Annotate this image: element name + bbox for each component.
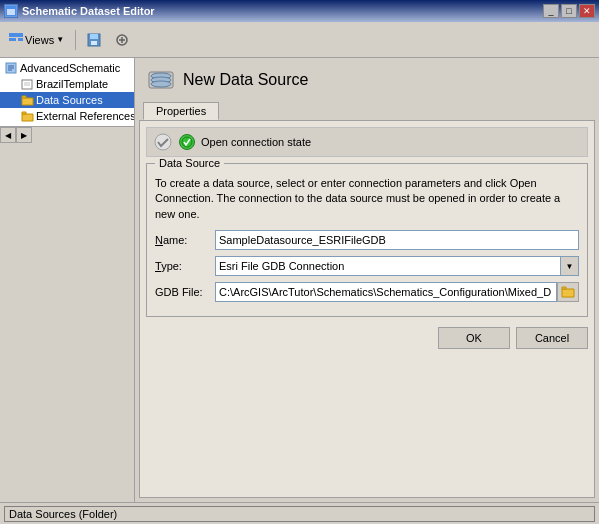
status-bar: Data Sources (Folder)	[0, 502, 599, 524]
datasource-group: Data Source To create a data source, sel…	[146, 163, 588, 317]
gdb-browse-button[interactable]	[557, 282, 579, 302]
svg-rect-7	[91, 41, 97, 45]
status-panel: Data Sources (Folder)	[4, 506, 595, 522]
window-title: Schematic Dataset Editor	[22, 5, 155, 17]
svg-rect-4	[18, 38, 23, 41]
name-row: Name:	[155, 230, 579, 250]
toolbar-sep-1	[75, 30, 76, 50]
toolbar-extra-button[interactable]	[110, 30, 134, 50]
type-label: Type:	[155, 260, 215, 272]
sidebar-item-root[interactable]: AdvancedSchematic	[0, 60, 134, 76]
window-controls: _ □ ✕	[543, 4, 595, 18]
views-label: Views	[25, 34, 54, 46]
connection-status-text: Open connection state	[201, 136, 311, 148]
maximize-button[interactable]: □	[561, 4, 577, 18]
views-button[interactable]: Views ▼	[4, 30, 69, 50]
connection-bar: Open connection state	[146, 127, 588, 157]
status-text: Data Sources (Folder)	[9, 508, 117, 520]
name-label-rest: ame:	[163, 234, 187, 246]
check-icon	[153, 132, 173, 152]
svg-rect-6	[90, 34, 98, 39]
type-row: Type: Esri File GDB Connection ▼	[155, 256, 579, 276]
sidebar-item-datasources-label: Data Sources	[36, 94, 103, 106]
title-bar: Schematic Dataset Editor _ □ ✕	[0, 0, 599, 22]
close-button[interactable]: ✕	[579, 4, 595, 18]
svg-rect-2	[9, 33, 23, 37]
sidebar-item-external-label: External References	[36, 110, 135, 122]
right-panel: New Data Source Properties	[135, 58, 599, 502]
cancel-button[interactable]: Cancel	[516, 327, 588, 349]
views-icon	[9, 33, 23, 47]
minimize-button[interactable]: _	[543, 4, 559, 18]
sidebar-item-template-label: BrazilTemplate	[36, 78, 108, 90]
sidebar-item-external[interactable]: External References	[0, 108, 134, 124]
svg-rect-1	[7, 9, 15, 15]
form-panel: Open connection state Data Source To cre…	[139, 120, 595, 498]
panel-title: New Data Source	[183, 71, 308, 89]
gdb-input-wrap	[215, 282, 579, 302]
type-select[interactable]: Esri File GDB Connection	[215, 256, 561, 276]
toolbar-save-button[interactable]	[82, 30, 106, 50]
root-icon	[4, 61, 18, 75]
app-icon	[4, 4, 18, 18]
external-folder-icon	[20, 109, 34, 123]
ok-button[interactable]: OK	[438, 327, 510, 349]
name-label: Name:	[155, 234, 215, 246]
name-label-underline: N	[155, 234, 163, 246]
tabs-container: Properties	[139, 102, 595, 120]
datasources-folder-icon	[20, 93, 34, 107]
select-arrow-icon[interactable]: ▼	[561, 256, 579, 276]
panel-header: New Data Source	[139, 62, 595, 98]
svg-point-23	[182, 137, 192, 147]
svg-point-21	[151, 81, 171, 87]
tab-properties[interactable]: Properties	[143, 102, 219, 120]
tab-properties-label: Properties	[156, 105, 206, 117]
name-input[interactable]	[215, 230, 579, 250]
sidebar: AdvancedSchematic BrazilTemplate	[0, 58, 135, 126]
sidebar-item-template[interactable]: BrazilTemplate	[0, 76, 134, 92]
buttons-row: OK Cancel	[146, 327, 588, 349]
gdb-label: GDB File:	[155, 286, 215, 298]
svg-rect-3	[9, 38, 16, 41]
gdb-file-input[interactable]	[215, 282, 557, 302]
group-label: Data Source	[155, 157, 224, 169]
status-green-icon	[179, 134, 195, 150]
toolbar: Views ▼	[0, 22, 599, 58]
scroll-left-button[interactable]: ◀	[0, 127, 16, 143]
svg-point-22	[155, 134, 171, 150]
sidebar-scroll: ◀ ▶	[0, 126, 134, 142]
sidebar-item-datasources[interactable]: Data Sources	[0, 92, 134, 108]
views-arrow: ▼	[56, 35, 64, 44]
type-select-wrap: Esri File GDB Connection ▼	[215, 256, 579, 276]
datasource-icon	[147, 66, 175, 94]
template-icon	[20, 77, 34, 91]
group-description: To create a data source, select or enter…	[155, 176, 579, 222]
gdb-row: GDB File:	[155, 282, 579, 302]
scroll-right-button[interactable]: ▶	[16, 127, 32, 143]
type-label-rest: ype:	[161, 260, 182, 272]
sidebar-item-root-label: AdvancedSchematic	[20, 62, 120, 74]
